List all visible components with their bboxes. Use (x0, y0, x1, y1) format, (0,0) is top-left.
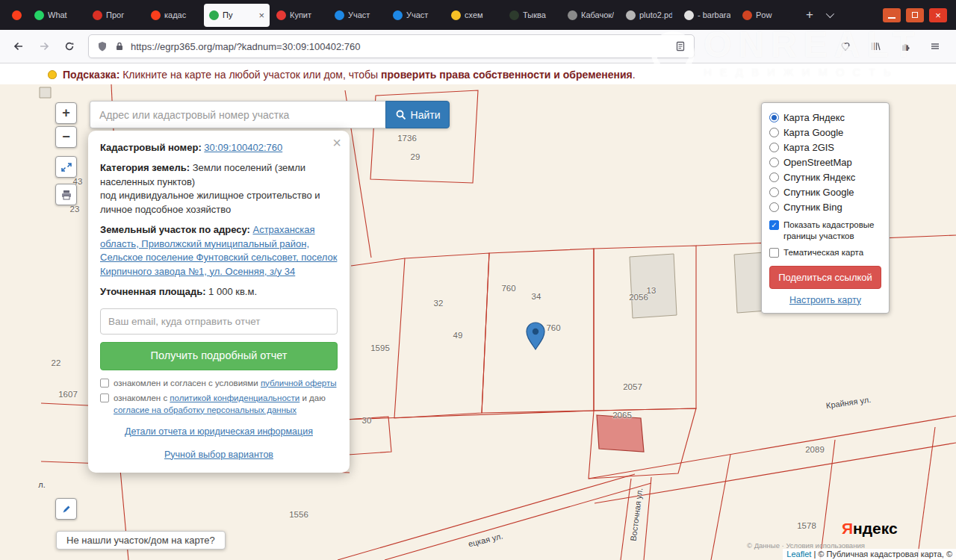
window-minimize-button[interactable] (883, 8, 901, 22)
browser-tab[interactable]: Участ (329, 4, 386, 27)
browser-tab[interactable]: схем (446, 4, 503, 27)
layer-option-label: Карта 2GIS (783, 142, 834, 153)
layer-option-спутник-google[interactable]: Спутник Google (769, 184, 881, 199)
browser-tab[interactable]: Купит (271, 4, 328, 27)
tab-favicon-icon (151, 10, 161, 20)
tab-favicon-icon (742, 10, 752, 20)
library-button[interactable] (865, 36, 886, 57)
tab-favicon-icon (568, 10, 577, 20)
lock-icon (114, 40, 125, 52)
tab-list-chevron-icon[interactable] (826, 10, 834, 18)
tab-close-icon[interactable]: × (258, 10, 264, 21)
browser-tab[interactable]: pluto2.pdf (621, 4, 677, 27)
back-arrow-icon (13, 40, 25, 52)
printer-icon (60, 188, 73, 202)
agree-privacy-row[interactable]: ознакомлен с политикой конфиденциальност… (100, 393, 338, 416)
layer-option-openstreetmap[interactable]: OpenStreetMap (769, 155, 881, 169)
lightbulb-icon (48, 70, 57, 79)
area-row: Уточненная площадь: 1 000 кв.м. (100, 285, 338, 299)
print-button[interactable] (55, 184, 77, 205)
parcel-info-popup: × Кадастровый номер: 30:09:100402:760 Ка… (88, 131, 350, 473)
offer-link[interactable]: публичной оферты (261, 379, 337, 388)
browser-tab[interactable]: Участ (388, 4, 444, 27)
browser-tab[interactable]: - barbara (679, 4, 736, 27)
browser-tab[interactable]: Pow (737, 4, 794, 27)
tab-favicon-icon (509, 10, 519, 20)
get-report-button[interactable]: Получить подробный отчет (100, 342, 338, 370)
layer-option-label: Карта Яндекс (783, 112, 845, 123)
browser-tab[interactable]: Пу× (204, 4, 270, 27)
tab-strip: WhatПрогкадасПу×КупитУчастУчастсхемТыква… (4, 0, 795, 30)
reload-icon (63, 40, 75, 52)
layer-checkbox-row[interactable]: Тематическая карта (769, 247, 881, 258)
layer-option-label: Карта Google (783, 127, 843, 138)
zoom-out-button[interactable]: − (55, 126, 77, 148)
browser-tab[interactable]: Прог (87, 4, 144, 27)
tab-favicon-icon (684, 10, 694, 20)
tab-title: схем (465, 10, 497, 19)
kadnum-link[interactable]: 30:09:100402:760 (204, 142, 282, 153)
layer-option-карта-google[interactable]: Карта Google (769, 125, 881, 140)
browser-tab[interactable]: Кабачок/л (562, 4, 619, 27)
tab-title: What (48, 10, 81, 19)
tab-favicon-icon (209, 10, 219, 20)
browser-tab[interactable]: Тыква (504, 4, 561, 27)
forward-button[interactable] (33, 35, 55, 57)
tab-title: Участ (406, 10, 439, 19)
window-maximize-button[interactable] (906, 8, 924, 22)
layer-checkbox-row[interactable]: ✓Показать кадастровые границы участков (769, 220, 881, 242)
configure-map-link[interactable]: Настроить карту (769, 295, 881, 305)
browser-tab[interactable] (5, 4, 28, 27)
layer-option-спутник-bing[interactable]: Спутник Bing (769, 199, 881, 214)
not-found-button[interactable]: Не нашли участок/дом на карте? (56, 531, 226, 550)
building-footprint (630, 254, 677, 318)
layer-option-карта-яндекс[interactable]: Карта Яндекс (769, 110, 881, 125)
zoom-in-button[interactable]: + (55, 102, 77, 124)
privacy-checkbox[interactable] (100, 393, 109, 402)
search-input[interactable] (90, 101, 385, 128)
layer-checkbox-label: Тематическая карта (783, 247, 863, 258)
url-text: https://egrp365.org/map/?kadnum=30:09:10… (131, 41, 669, 52)
browser-tab[interactable]: What (29, 4, 86, 27)
personal-data-link[interactable]: согласие на обработку персональных данны… (114, 405, 297, 414)
offer-checkbox[interactable] (100, 379, 109, 388)
fullscreen-button[interactable] (55, 156, 77, 178)
back-button[interactable] (7, 35, 30, 57)
radio-icon (769, 187, 779, 197)
browser-window: WhatПрогкадасПу×КупитУчастУчастсхемТыква… (0, 0, 956, 560)
forward-arrow-icon (38, 40, 50, 52)
hint-bar: Подсказка: Кликните на карте на любой уч… (0, 64, 956, 84)
map-canvas[interactable]: 1736294323221607159532497603476013205620… (0, 84, 956, 560)
tracking-shield-icon (96, 40, 108, 52)
menu-button[interactable] (925, 36, 946, 57)
pocket-button[interactable] (835, 36, 856, 57)
popup-close-icon[interactable]: × (332, 135, 341, 150)
highlighted-parcel-2065 (597, 415, 644, 452)
email-field[interactable] (100, 308, 338, 335)
building-footprint (40, 87, 51, 98)
manual-choice-link[interactable]: Ручной выбор вариантов (100, 449, 338, 462)
report-details-link[interactable]: Детали отчета и юридическая информация (100, 426, 338, 439)
window-controls: × (883, 8, 956, 22)
reader-mode-icon[interactable] (674, 40, 686, 52)
privacy-policy-link[interactable]: политикой конфиденциальности (170, 393, 299, 402)
reload-button[interactable] (58, 35, 81, 57)
window-close-button[interactable]: × (929, 8, 947, 22)
new-tab-button[interactable]: + (801, 6, 819, 24)
share-link-button[interactable]: Поделиться ссылкой (769, 266, 881, 289)
browser-tab[interactable]: кадас (146, 4, 202, 27)
layer-option-карта-2gis[interactable]: Карта 2GIS (769, 140, 881, 155)
tab-title: Тыква (523, 10, 556, 19)
leaflet-link[interactable]: Leaflet (786, 550, 811, 559)
search-button[interactable]: Найти (385, 101, 450, 128)
extensions-button[interactable] (895, 36, 916, 57)
url-bar[interactable]: https://egrp365.org/map/?kadnum=30:09:10… (88, 34, 695, 58)
bookshelf-icon (869, 40, 881, 52)
tab-favicon-icon (276, 10, 286, 20)
measure-button[interactable] (55, 498, 77, 520)
yandex-logo[interactable]: Яндекс (842, 520, 898, 538)
agree-offer-row[interactable]: ознакомлен и согласен с условиями публич… (100, 378, 338, 390)
layer-option-спутник-яндекс[interactable]: Спутник Яндекс (769, 169, 881, 184)
expand-arrows-icon (60, 161, 73, 174)
tab-favicon-icon (626, 10, 636, 20)
